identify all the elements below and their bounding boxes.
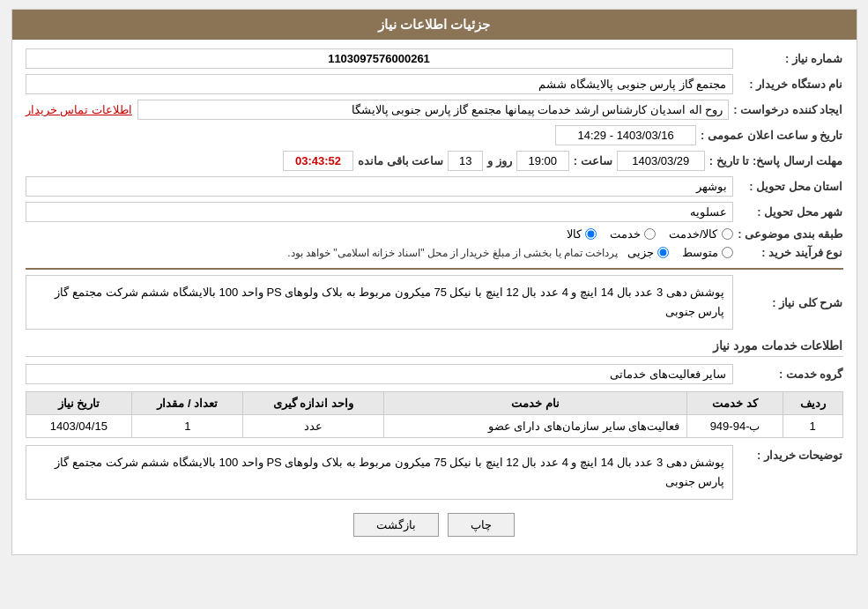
creator-label: ایجاد کننده درخواست : [733, 103, 842, 116]
category-radio-kala-khedmat[interactable] [722, 228, 733, 240]
deadline-container: 1403/03/29 ساعت : 19:00 روز و 13 ساعت با… [26, 151, 705, 171]
city-value: عسلویه [26, 202, 733, 222]
need-number-value: 1103097576000261 [26, 48, 733, 69]
need-desc-label: شرح کلی نیاز : [738, 296, 843, 309]
purchase-radio-group: متوسط جزیی [627, 246, 733, 259]
announce-label: تاریخ و ساعت اعلان عمومی : [701, 129, 842, 142]
cell-code: ب-94-949 [687, 415, 783, 438]
print-button[interactable]: چاپ [448, 513, 515, 537]
buyer-notes-value: پوشش دهی 3 عدد بال 14 اینچ و 4 عدد بال 1… [26, 445, 733, 500]
purchase-type-label: نوع فرآیند خرید : [738, 246, 843, 259]
col-header-code: کد خدمت [687, 392, 783, 415]
creator-contact-link[interactable]: اطلاعات تماس خریدار [26, 103, 132, 116]
cell-date: 1403/04/15 [26, 415, 132, 438]
service-group-row: گروه خدمت : سایر فعالیت‌های خدماتی [26, 364, 843, 384]
need-desc-section: شرح کلی نیاز : پوشش دهی 3 عدد بال 14 این… [26, 268, 843, 330]
buyer-notes-label: توضیحات خریدار : [738, 449, 843, 462]
category-row: طبقه بندی موضوعی : کالا/خدمت خدمت کالا [26, 227, 843, 241]
col-header-unit: واحد اندازه گیری [243, 392, 383, 415]
category-option-kala[interactable]: کالا [567, 227, 597, 241]
button-row: چاپ بازگشت [26, 513, 843, 537]
col-header-qty: تعداد / مقدار [132, 392, 243, 415]
category-option-khedmat[interactable]: خدمت [610, 227, 656, 241]
buyer-org-value: مجتمع گاز پارس جنوبی پالایشگاه ششم [26, 74, 733, 94]
service-info-title: اطلاعات خدمات مورد نیاز [26, 338, 843, 357]
service-info-section: اطلاعات خدمات مورد نیاز گروه خدمت : سایر… [26, 338, 843, 438]
cell-row: 1 [783, 415, 842, 438]
remaining-label: ساعت باقی مانده [358, 154, 443, 167]
service-group-label: گروه خدمت : [738, 368, 843, 381]
announce-value: 1403/03/16 - 14:29 [555, 125, 696, 145]
col-header-date: تاریخ نیاز [26, 392, 132, 415]
need-desc-value: پوشش دهی 3 عدد بال 14 اینچ و 4 عدد بال 1… [26, 275, 733, 330]
creator-value: روح اله اسدیان کارشناس ارشد خدمات پیمانه… [137, 100, 730, 120]
category-radio-kala[interactable] [585, 228, 597, 240]
response-time-label: ساعت : [574, 154, 612, 167]
purchase-note: پرداخت تمام یا بخشی از مبلغ خریدار از مح… [287, 247, 618, 259]
province-value: بوشهر [26, 176, 733, 197]
purchase-radio-motavaset[interactable] [722, 247, 733, 258]
category-label-kala-khedmat: کالا/خدمت [669, 227, 718, 241]
service-group-value: سایر فعالیت‌های خدماتی [26, 364, 733, 384]
content-area: شماره نیاز : 1103097576000261 نام دستگاه… [12, 40, 857, 554]
category-radio-khedmat[interactable] [644, 228, 656, 240]
city-row: شهر محل تحویل : عسلویه [26, 202, 843, 222]
col-header-row: ردیف [783, 392, 842, 415]
response-day-label: روز و [487, 154, 512, 167]
response-date: 1403/03/29 [617, 151, 705, 171]
back-button[interactable]: بازگشت [353, 513, 439, 537]
need-number-row: شماره نیاز : 1103097576000261 [26, 48, 843, 69]
page-title: جزئیات اطلاعات نیاز [12, 10, 857, 40]
purchase-option-jozi[interactable]: جزیی [627, 246, 669, 259]
need-desc-row: شرح کلی نیاز : پوشش دهی 3 عدد بال 14 این… [26, 275, 843, 330]
purchase-label-jozi: جزیی [627, 246, 654, 259]
buyer-notes-row: توضیحات خریدار : پوشش دهی 3 عدد بال 14 ا… [26, 445, 843, 500]
response-time: 19:00 [516, 151, 569, 171]
purchase-label-motavaset: متوسط [682, 246, 718, 259]
purchase-option-motavaset[interactable]: متوسط [682, 246, 733, 259]
remaining-value: 03:43:52 [283, 151, 353, 171]
page-container: جزئیات اطلاعات نیاز شماره نیاز : 1103097… [11, 9, 857, 555]
city-label: شهر محل تحویل : [738, 205, 843, 219]
province-label: استان محل تحویل : [738, 180, 843, 193]
cell-qty: 1 [132, 415, 243, 438]
response-days: 13 [448, 151, 483, 171]
province-row: استان محل تحویل : بوشهر [26, 176, 843, 197]
category-radio-group: کالا/خدمت خدمت کالا [567, 227, 733, 241]
services-table: ردیف کد خدمت نام خدمت واحد اندازه گیری ت… [26, 391, 843, 438]
col-header-name: نام خدمت [383, 392, 687, 415]
response-deadline-label: مهلت ارسال پاسخ: تا تاریخ : [709, 154, 843, 167]
category-option-kala-khedmat[interactable]: کالا/خدمت [669, 227, 733, 241]
response-deadline-row: مهلت ارسال پاسخ: تا تاریخ : 1403/03/29 س… [26, 151, 843, 171]
category-label-kala: کالا [567, 227, 582, 241]
creator-row: ایجاد کننده درخواست : روح اله اسدیان کار… [26, 100, 843, 120]
cell-unit: عدد [243, 415, 383, 438]
buyer-org-row: نام دستگاه خریدار : مجتمع گاز پارس جنوبی… [26, 74, 843, 94]
category-label: طبقه بندی موضوعی : [738, 227, 843, 241]
table-row: 1 ب-94-949 فعالیت‌های سایر سازمان‌های دا… [26, 415, 842, 438]
need-number-label: شماره نیاز : [738, 52, 843, 65]
category-label-khedmat: خدمت [610, 227, 641, 241]
cell-name: فعالیت‌های سایر سازمان‌های دارای عضو [383, 415, 687, 438]
announce-row: تاریخ و ساعت اعلان عمومی : 1403/03/16 - … [26, 125, 843, 145]
purchase-type-row: نوع فرآیند خرید : متوسط جزیی پرداخت تمام… [26, 246, 843, 259]
buyer-org-label: نام دستگاه خریدار : [738, 78, 843, 91]
purchase-radio-jozi[interactable] [657, 247, 669, 258]
